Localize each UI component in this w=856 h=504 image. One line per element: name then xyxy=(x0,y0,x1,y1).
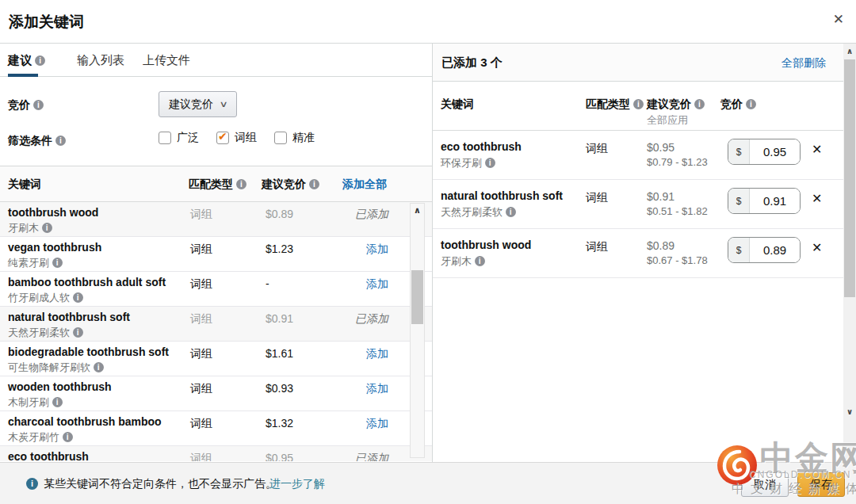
checkbox-icon[interactable] xyxy=(274,132,287,144)
suggested-bid-range: $0.51 - $1.82 xyxy=(647,205,708,217)
info-icon[interactable]: i xyxy=(506,207,516,217)
suggestion-row: biodegradable toothbrush soft 可生物降解牙刷软 i… xyxy=(0,342,432,376)
tab-suggestions[interactable]: 建议 i xyxy=(8,53,45,68)
info-icon[interactable]: i xyxy=(694,99,705,109)
match-type-value: 词组 xyxy=(190,277,212,292)
added-panel: 已添加 3 个 全部删除 关键词 匹配类型 i 建议竞价 i 全部应用 竞价 i… xyxy=(432,44,843,462)
keyword-translation: 纯素牙刷 i xyxy=(8,256,63,270)
info-icon[interactable]: i xyxy=(52,397,63,407)
left-scrollbar[interactable]: ∧ xyxy=(410,203,425,458)
info-icon[interactable]: i xyxy=(475,256,485,266)
add-link[interactable]: 添加 xyxy=(366,382,388,395)
match-type-value: 词组 xyxy=(190,208,212,222)
suggestions-panel: 建议 i 输入列表 上传文件 竞价 i 建议竞价 ∨ 筛选条件 i 广泛 词组 … xyxy=(0,44,432,462)
keyword-translation: 可生物降解牙刷软 i xyxy=(8,361,104,375)
suggestion-row: wooden toothbrush 木制牙刷 i 词组 $0.93 已添加 添加 xyxy=(0,376,432,411)
add-link[interactable]: 添加 xyxy=(366,347,388,360)
tab-enter-list[interactable]: 输入列表 xyxy=(77,53,124,68)
match-type-checkbox[interactable]: 精准 xyxy=(274,131,315,145)
remove-keyword-icon[interactable]: ✕ xyxy=(812,191,822,206)
suggested-bid-value: $1.23 xyxy=(266,242,293,255)
keyword-translation: 木制牙刷 i xyxy=(8,395,63,410)
keyword-text: toothbrush wood xyxy=(8,206,98,219)
tab-upload-file[interactable]: 上传文件 xyxy=(143,53,190,68)
suggestions-rows: toothbrush wood 牙刷木 i 词组 $0.89 已添加 添加 ve… xyxy=(0,202,432,461)
info-icon[interactable]: i xyxy=(94,362,104,372)
bid-input[interactable] xyxy=(750,189,800,213)
keyword-text: natural toothbrush soft xyxy=(8,311,130,323)
info-icon[interactable]: i xyxy=(33,100,44,110)
added-count: 已添加 3 个 xyxy=(441,55,503,71)
info-icon[interactable]: i xyxy=(309,179,319,189)
match-type-value: 词组 xyxy=(190,382,212,396)
save-button[interactable]: 保存 xyxy=(797,472,845,497)
keyword-text: biodegradable toothbrush soft xyxy=(8,346,169,358)
bid-input-group: $ xyxy=(728,139,801,165)
keyword-translation: 竹牙刷成人软 i xyxy=(8,291,83,305)
column-bid: 竞价 i xyxy=(720,97,756,112)
currency-symbol: $ xyxy=(728,189,750,213)
checkbox-icon[interactable] xyxy=(159,132,171,144)
suggested-bid-value: $1.61 xyxy=(266,347,293,360)
add-link[interactable]: 添加 xyxy=(366,242,388,255)
chevron-down-icon: ∨ xyxy=(219,99,227,109)
info-icon[interactable]: i xyxy=(42,223,52,233)
added-label: 已添加 xyxy=(355,208,388,220)
match-type-value: 词组 xyxy=(190,312,212,326)
suggested-bid-value: $0.91 xyxy=(647,190,674,203)
info-icon[interactable]: i xyxy=(73,327,83,338)
keyword-text: vegan toothbrush xyxy=(8,241,101,254)
keyword-text: charcoal toothbrush bamboo xyxy=(8,415,162,428)
info-icon[interactable]: i xyxy=(73,292,83,303)
add-link[interactable]: 添加 xyxy=(366,277,388,290)
checkbox-icon[interactable] xyxy=(216,132,229,144)
delete-all-link[interactable]: 全部删除 xyxy=(781,56,826,71)
column-match-type: 匹配类型 i xyxy=(586,97,644,112)
info-icon[interactable]: i xyxy=(55,136,66,146)
match-type-checkbox[interactable]: 广泛 xyxy=(159,131,199,145)
scroll-up-icon[interactable]: ∧ xyxy=(411,205,424,216)
info-icon[interactable]: i xyxy=(485,158,495,168)
match-type-checkbox[interactable]: 词组 xyxy=(216,131,257,145)
suggestion-row: bamboo toothbrush adult soft 竹牙刷成人软 i 词组… xyxy=(0,272,432,307)
column-keyword: 关键词 xyxy=(441,97,474,112)
added-keyword-row: natural toothbrush soft 天然牙刷柔软 i 词组 $0.9… xyxy=(433,180,843,229)
match-type-value: 词组 xyxy=(190,452,212,461)
bid-input[interactable] xyxy=(750,139,800,164)
modal-scrollbar[interactable]: ∧ ∨ xyxy=(843,44,856,462)
dialog-header: 添加关键词 ✕ xyxy=(0,0,856,44)
add-all-link[interactable]: 添加全部 xyxy=(342,178,387,192)
cancel-button[interactable]: 取消 xyxy=(741,472,789,497)
suggested-bid-value: $1.32 xyxy=(266,417,293,430)
scrollbar-thumb[interactable] xyxy=(411,270,423,324)
suggested-bid-dropdown[interactable]: 建议竞价 ∨ xyxy=(159,91,237,117)
scroll-down-icon[interactable]: ∨ xyxy=(843,407,856,416)
info-icon[interactable]: i xyxy=(52,258,63,268)
remove-keyword-icon[interactable]: ✕ xyxy=(812,142,822,157)
checkbox-label: 精准 xyxy=(292,131,315,145)
info-icon[interactable]: i xyxy=(63,432,73,442)
apply-all-label[interactable]: 全部应用 xyxy=(647,113,688,128)
keyword-text: eco toothbrush xyxy=(441,140,522,153)
match-type-value: 词组 xyxy=(586,191,608,205)
scrollbar-thumb[interactable] xyxy=(844,59,855,297)
suggested-bid-value: $0.95 xyxy=(266,452,293,461)
scroll-up-icon[interactable]: ∧ xyxy=(843,47,856,55)
match-type-filters: 广泛 词组 精准 xyxy=(159,131,315,145)
learn-more-link[interactable]: 进一步了解 xyxy=(269,477,325,491)
add-link[interactable]: 添加 xyxy=(366,417,388,430)
bid-input[interactable] xyxy=(750,238,800,262)
match-type-value: 词组 xyxy=(586,142,608,156)
info-icon[interactable]: i xyxy=(236,179,246,189)
info-icon[interactable]: i xyxy=(35,55,45,66)
remove-keyword-icon[interactable]: ✕ xyxy=(812,240,822,255)
added-label: 已添加 xyxy=(355,312,388,325)
suggested-bid-value: $0.91 xyxy=(266,312,293,325)
info-icon[interactable]: i xyxy=(746,99,756,109)
close-icon[interactable]: ✕ xyxy=(833,13,844,26)
suggestion-row: vegan toothbrush 纯素牙刷 i 词组 $1.23 已添加 添加 xyxy=(0,237,432,272)
info-icon: i xyxy=(26,478,38,490)
info-icon[interactable]: i xyxy=(633,99,644,109)
tab-bar: 建议 i 输入列表 上传文件 xyxy=(0,44,432,77)
suggested-bid-range: $0.79 - $1.23 xyxy=(647,156,708,168)
